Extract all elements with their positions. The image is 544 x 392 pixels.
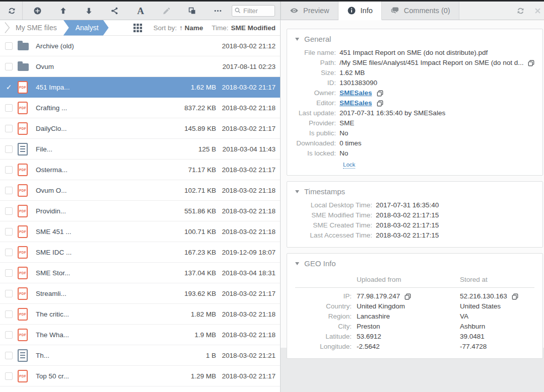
file-name[interactable]: Providin... xyxy=(36,207,168,215)
file-name[interactable]: The Wha... xyxy=(36,331,168,339)
copy-button[interactable] xyxy=(183,2,200,19)
file-row[interactable]: PDFProvidin...551.86 KB2018-03-02 21:18 xyxy=(0,201,280,221)
file-name[interactable]: 451 Impa... xyxy=(36,84,168,91)
row-checkbox[interactable] xyxy=(5,145,13,153)
file-row[interactable]: PDFCrafting ...837.22 KB2018-03-02 21:18 xyxy=(0,98,280,118)
panel-close-button[interactable] xyxy=(534,7,541,15)
tab-comments[interactable]: Comments (0) xyxy=(382,2,459,20)
file-name[interactable]: SME Stor... xyxy=(36,269,168,277)
panel-refresh-button[interactable] xyxy=(516,7,525,15)
grid-view-icon[interactable] xyxy=(133,24,142,32)
share-button[interactable] xyxy=(106,2,123,19)
file-row[interactable]: PDFOsterma...71.17 KB2018-03-02 21:17 xyxy=(0,160,280,180)
add-button[interactable] xyxy=(29,2,46,19)
file-name[interactable]: Top 50 cr... xyxy=(36,372,168,380)
info-row: Is locked:No xyxy=(295,148,534,159)
selected-check-icon[interactable]: ✓ xyxy=(5,83,13,91)
row-checkbox[interactable] xyxy=(5,352,13,359)
lock-link[interactable]: Lock xyxy=(343,162,355,169)
file-date: 2018-03-04 18:31 xyxy=(216,269,276,277)
file-row[interactable]: PDFThe critic...1.82 MB2018-03-02 21:18 xyxy=(0,304,280,325)
sort-value[interactable]: ↑ Name xyxy=(179,24,203,32)
file-row[interactable]: PDFSME 451 ...100.71 KB2018-03-02 21:18 xyxy=(0,221,280,242)
file-size: 1.82 MB xyxy=(168,310,216,318)
refresh-button[interactable] xyxy=(3,2,20,19)
copy-ip-icon[interactable] xyxy=(512,293,518,300)
file-row[interactable]: PDFDailyClo...145.89 KB2018-03-02 21:17 xyxy=(0,118,280,139)
file-row[interactable]: Ovum2017-08-11 02:23 xyxy=(0,56,280,77)
row-checkbox[interactable] xyxy=(5,166,13,174)
file-type-icon: PDF xyxy=(18,122,30,135)
file-row[interactable]: PDFSME IDC ...167.23 KB2019-12-09 18:07 xyxy=(0,242,280,263)
file-name[interactable]: Archive (old) xyxy=(36,42,168,50)
tab-info[interactable]: Info xyxy=(338,2,382,20)
file-name[interactable]: SME 451 ... xyxy=(36,228,168,236)
toolbar-divider xyxy=(22,2,23,20)
row-checkbox[interactable] xyxy=(5,331,13,339)
file-row[interactable]: File...125 B2018-03-04 11:43 xyxy=(0,139,280,160)
time-value[interactable]: SME Modified xyxy=(231,24,276,32)
file-size: 167.23 KB xyxy=(168,249,216,256)
file-name[interactable]: The critic... xyxy=(36,310,168,318)
geo-section-header[interactable]: GEO Info xyxy=(295,259,534,268)
file-name[interactable]: File... xyxy=(36,145,168,153)
row-checkbox[interactable] xyxy=(5,310,13,318)
file-row[interactable]: Archive (old)2018-03-02 21:12 xyxy=(0,36,280,56)
row-checkbox[interactable] xyxy=(5,290,13,297)
file-name[interactable]: Osterma... xyxy=(36,166,168,174)
file-row[interactable]: PDFThe Wha...1.9 MB2018-03-02 21:18 xyxy=(0,325,280,345)
general-section-header[interactable]: General xyxy=(295,35,534,43)
row-checkbox[interactable] xyxy=(5,63,13,70)
file-name[interactable]: Streamli... xyxy=(36,290,168,297)
file-row[interactable]: PDFTop 50 cr...1.29 MB2018-03-02 21:17 xyxy=(0,366,280,386)
copy-value-icon[interactable] xyxy=(377,90,383,97)
collapse-triangle-icon xyxy=(295,262,299,265)
text-format-button[interactable]: A xyxy=(132,2,149,19)
copy-path-icon[interactable] xyxy=(528,60,534,66)
row-checkbox[interactable] xyxy=(5,42,13,50)
file-name[interactable]: Crafting ... xyxy=(36,104,168,112)
user-link[interactable]: SMESales xyxy=(339,88,372,98)
info-row: ID:1301383090 xyxy=(295,78,534,88)
upload-button[interactable] xyxy=(55,2,72,19)
row-checkbox[interactable] xyxy=(5,207,13,215)
collapse-triangle-icon xyxy=(295,38,299,41)
row-checkbox[interactable] xyxy=(5,125,13,132)
row-checkbox[interactable] xyxy=(5,269,13,277)
pdf-file-icon: PDF xyxy=(18,225,28,238)
info-row: Provider:SME xyxy=(295,118,534,128)
row-checkbox[interactable] xyxy=(5,104,13,112)
row-checkbox[interactable] xyxy=(5,228,13,236)
copy-value-icon[interactable] xyxy=(377,100,383,107)
breadcrumb-current[interactable]: Analyst xyxy=(63,20,109,36)
file-row[interactable]: ✓PDF451 Impa...1.62 MB2018-03-02 21:17 xyxy=(0,77,280,98)
geo-row: City:PrestonAshburn xyxy=(295,322,534,332)
user-link[interactable]: SMESales xyxy=(339,98,372,108)
file-type-icon: PDF xyxy=(18,184,30,197)
info-label: Downloaded: xyxy=(295,138,339,148)
file-name[interactable]: Ovum O... xyxy=(36,187,168,194)
file-row[interactable]: PDFSME Stor...137.04 KB2018-03-04 18:31 xyxy=(0,263,280,283)
file-name[interactable]: Th... xyxy=(36,352,168,359)
breadcrumb-root[interactable]: My SME files xyxy=(16,24,57,32)
timestamps-section-header[interactable]: Timestamps xyxy=(295,187,534,196)
download-button[interactable] xyxy=(81,2,98,19)
edit-button[interactable] xyxy=(158,2,175,19)
info-value: 1.62 MB xyxy=(339,68,365,78)
file-name[interactable]: Ovum xyxy=(36,63,168,70)
file-date: 2018-03-02 21:17 xyxy=(216,290,276,297)
row-checkbox[interactable] xyxy=(5,187,13,194)
file-row[interactable]: PDFStreamli...193.62 KB2018-03-02 21:17 xyxy=(0,283,280,304)
row-checkbox[interactable] xyxy=(5,249,13,256)
file-row[interactable]: Th...1 B2018-03-02 21:21 xyxy=(0,345,280,366)
tab-preview[interactable]: Preview xyxy=(281,2,338,20)
info-value: No xyxy=(339,148,348,159)
info-label: Owner: xyxy=(295,88,339,98)
row-checkbox[interactable] xyxy=(5,372,13,380)
copy-ip-icon[interactable] xyxy=(404,293,411,300)
file-row[interactable]: PDFOvum O...102.71 KB2018-03-02 21:18 xyxy=(0,180,280,201)
info-label: Editor: xyxy=(295,98,339,108)
more-button[interactable] xyxy=(209,2,226,19)
file-name[interactable]: DailyClo... xyxy=(36,125,168,132)
file-name[interactable]: SME IDC ... xyxy=(36,249,168,256)
